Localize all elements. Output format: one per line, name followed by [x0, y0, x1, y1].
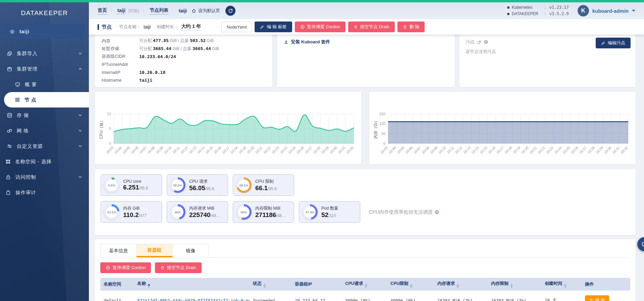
gauge-title: 内存 GiB	[123, 206, 147, 211]
cell-age: 18 天	[541, 291, 582, 301]
gauge-total: /95.6	[139, 186, 148, 190]
breadcrumb-node-list[interactable]: 节点列表	[150, 7, 168, 14]
donut-gauge: 69.1%	[236, 177, 252, 193]
gauge-percent: 69.1%	[238, 179, 250, 191]
breadcrumb-switch[interactable]: [切换]	[128, 8, 139, 14]
title-accent-bar	[98, 24, 99, 30]
svg-text:?: ?	[485, 41, 487, 44]
svg-text:10:09: 10:09	[155, 145, 164, 155]
set-default-page[interactable]: 设为默认页	[192, 8, 220, 14]
sidebar-item-cluster-manage[interactable]: 集群管理	[0, 61, 89, 77]
gauge-cpu-request[interactable]: 58.6% CPU 请求 56.05/95.6	[167, 174, 228, 196]
gauge-memory-request[interactable]: 46% 内存请求 MiB 225740/48…	[167, 201, 228, 223]
question-circle-icon[interactable]: ?	[484, 40, 488, 44]
field-value: 503.52	[190, 38, 206, 43]
svg-text:10:20: 10:20	[520, 145, 529, 155]
sidebar-item-cluster-taiji[interactable]: taiji	[4, 24, 85, 39]
table-buttons: 暂停调度 Cordon 排空节点 Drain	[100, 262, 630, 273]
sidebar-item-overview[interactable]: 概 要	[0, 77, 89, 92]
evict-button[interactable]: 驱 逐	[585, 295, 609, 301]
col-cpu-request[interactable]: CPU请求	[342, 278, 387, 291]
gauge-total: /48…	[276, 213, 286, 218]
svg-text:10:12: 10:12	[180, 145, 189, 155]
delete-button[interactable]: 删 除	[397, 22, 425, 32]
sidebar-item-storage[interactable]: 存 储	[0, 108, 89, 123]
gauge-cpu-core[interactable]: 6.5% CPU core 6.251/95.6	[101, 174, 162, 196]
svg-text:10:17: 10:17	[495, 145, 504, 155]
col-age[interactable]: 创建时间	[541, 278, 582, 291]
col-mem-request[interactable]: 内存请求	[434, 278, 488, 291]
tab-images[interactable]: 镜像	[173, 244, 209, 257]
kubernetes-version: Kubernetes ： v1.23.17	[507, 4, 569, 11]
resource-gauges-card: 6.5% CPU core 6.251/95.6 58.6% CPU 请求 56…	[95, 169, 636, 235]
grid-icon	[15, 97, 20, 102]
svg-text:10:25: 10:25	[287, 145, 297, 155]
info-row-hostname: Hostname taiji	[102, 76, 266, 84]
refresh-button[interactable]	[225, 6, 235, 16]
field-value: 10.233.64.0/24	[139, 54, 176, 59]
svg-text:10:15: 10:15	[205, 145, 214, 155]
gauge-pod-count[interactable]: 47.3% Pod 数量 52/110	[299, 201, 360, 223]
sidebar-item-label: 概 要	[25, 81, 37, 88]
external-link-icon[interactable]	[477, 40, 481, 44]
sidebar-item-cluster-import[interactable]: 集群导入	[0, 46, 89, 61]
schedule-note[interactable]: CPU内存使用率低却无法调度 ?	[369, 209, 439, 215]
tab-basic-info[interactable]: 基本信息	[100, 244, 137, 257]
col-mem-limit[interactable]: 内存限制	[488, 278, 541, 291]
user-menu[interactable]: K kuboard-admin	[578, 5, 635, 16]
gauge-value: 225740	[189, 211, 210, 218]
sidebar-item-network[interactable]: 网 络	[0, 123, 89, 138]
cordon-button[interactable]: 暂停调度 Cordon	[295, 22, 345, 32]
sidebar-item-audit[interactable]: 操作审计	[0, 185, 89, 200]
table-header-row: 名称空间 名称 状态 容器组IP CPU请求 CPU限制 内存请求 内存限制 创…	[100, 278, 630, 291]
svg-text:10:26: 10:26	[570, 145, 579, 155]
svg-text:10:10: 10:10	[163, 145, 172, 155]
col-cpu-limit[interactable]: CPU限制	[387, 278, 434, 291]
gauge-value: 52	[321, 211, 328, 218]
field-muted: 可分配	[139, 46, 153, 51]
svg-text:10:32: 10:32	[345, 145, 354, 155]
lock-icon	[5, 174, 11, 180]
sidebar-item-namespace-select[interactable]: 名称空间 - 选择	[0, 154, 89, 169]
pod-name-link[interactable]: 072a17df-90b2-44dc-b079-9f3f87441cf2-job…	[137, 298, 250, 301]
cell-mem-limit: 16384 MiB (3%)	[488, 291, 541, 301]
svg-text:10:06: 10:06	[404, 145, 413, 155]
sidebar-item-access-control[interactable]: 访问控制	[0, 169, 89, 185]
breadcrumb-cluster[interactable]: taiji	[117, 8, 125, 14]
cell-mem-request: 16384 MiB (3%)	[434, 291, 488, 301]
drain-button-secondary[interactable]: 排空节点 Drain	[155, 262, 202, 273]
sidebar-item-custom-resources[interactable]: 自定义资源	[0, 138, 89, 154]
tab-pods[interactable]: 容器组	[137, 244, 173, 257]
sidebar-item-nodes[interactable]: 节 点	[4, 92, 89, 108]
top-accent-bar	[0, 0, 644, 2]
node-age-value: 大约 1 年	[181, 23, 201, 31]
col-status[interactable]: 状态	[250, 278, 291, 291]
node-action-bar: 节点 节点名称： taiji 创建时长： 大约 1 年 NodeYaml 编 辑…	[89, 19, 644, 35]
cordon-button-secondary[interactable]: 暂停调度 Cordon	[100, 262, 151, 273]
svg-text:10:05: 10:05	[396, 145, 405, 155]
pause-circle-icon	[106, 265, 110, 270]
sort-icon	[564, 284, 567, 288]
sort-icon	[263, 284, 266, 288]
edit-labels-button[interactable]: 编 辑 标签	[255, 22, 292, 32]
cell-cpu-request: 4000m (0%)	[342, 291, 387, 301]
breadcrumb-current: taiji	[179, 8, 187, 13]
taint-card: 污点 ? 编辑污点 该节点没有污点	[460, 35, 636, 87]
node-yaml-button[interactable]: NodeYaml	[221, 22, 252, 32]
pencil-icon	[260, 25, 264, 29]
gauge-total: /477	[139, 213, 147, 218]
drain-button[interactable]: 排空节点 Drain	[348, 22, 395, 32]
breadcrumb-home[interactable]: 首页	[98, 7, 107, 14]
gauge-memory[interactable]: 23.1% 内存 GiB 110.2/477	[101, 201, 162, 223]
install-kuboard-link[interactable]: 安装 Kuboard 套件	[284, 39, 330, 45]
svg-text:10:29: 10:29	[595, 145, 604, 155]
gauge-memory-limit[interactable]: 55% 内存限制 MiB 271186/48…	[233, 201, 294, 223]
gauge-total: /95.6	[205, 186, 214, 191]
edit-taint-button[interactable]: 编辑污点	[596, 38, 631, 48]
col-name[interactable]: 名称	[134, 278, 250, 291]
kuboard-suite-card: 安装 Kuboard 套件	[277, 35, 454, 87]
gauge-cpu-limit[interactable]: 69.1% CPU 限制 66.1/95.6	[233, 174, 294, 196]
info-row-memory: 内存 可分配 477.85 GiB / 总量 503.52 GiB	[102, 37, 266, 45]
field-value: taiji	[139, 78, 152, 83]
svg-text:10:03: 10:03	[379, 145, 388, 155]
